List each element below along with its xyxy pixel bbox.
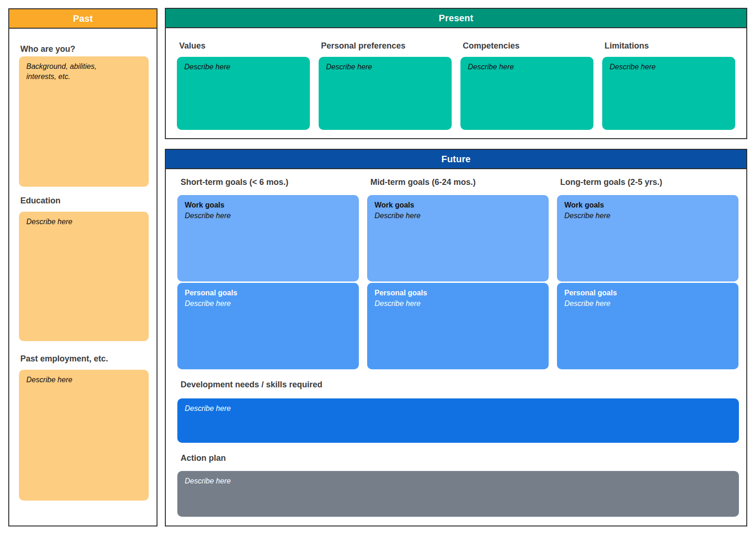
- placeholder-text: Describe here: [185, 210, 351, 221]
- personal-preferences-box[interactable]: Describe here: [319, 57, 452, 130]
- competencies-box[interactable]: Describe here: [460, 57, 593, 130]
- values-heading: Values: [177, 41, 310, 57]
- long-term-personal-goals-box[interactable]: Personal goals Describe here: [557, 283, 738, 369]
- work-goals-label: Work goals: [185, 200, 351, 210]
- limitations-box[interactable]: Describe here: [602, 57, 735, 130]
- values-box[interactable]: Describe here: [177, 57, 310, 130]
- present-column-personal-preferences: Personal preferences Describe here: [319, 41, 452, 130]
- work-goals-label: Work goals: [375, 200, 541, 210]
- action-plan-box[interactable]: Describe here: [177, 471, 739, 517]
- mid-term-goals-heading: Mid-term goals (6-24 mos.): [367, 177, 549, 187]
- short-term-goals-heading: Short-term goals (< 6 mos.): [177, 177, 359, 187]
- who-are-you-box[interactable]: Background, abilities, interests, etc.: [19, 56, 149, 187]
- future-panel: Future Short-term goals (< 6 mos.) Mid-t…: [165, 149, 747, 526]
- present-column-limitations: Limitations Describe here: [602, 41, 735, 130]
- present-columns: Values Describe here Personal preference…: [177, 41, 735, 130]
- development-needs-heading: Development needs / skills required: [181, 380, 322, 390]
- long-term-goals-heading: Long-term goals (2-5 yrs.): [557, 177, 738, 187]
- education-heading: Education: [20, 196, 60, 206]
- action-plan-heading: Action plan: [181, 453, 226, 463]
- mid-term-personal-goals-box[interactable]: Personal goals Describe here: [367, 283, 549, 369]
- present-column-values: Values Describe here: [177, 41, 310, 130]
- placeholder-text: Describe here: [26, 217, 141, 227]
- education-box[interactable]: Describe here: [19, 212, 149, 341]
- placeholder-text: Describe here: [185, 404, 732, 414]
- personal-goals-row: Personal goals Describe here Personal go…: [177, 283, 738, 369]
- placeholder-text: Describe here: [326, 62, 444, 72]
- work-goals-label: Work goals: [564, 200, 731, 210]
- future-goal-headings: Short-term goals (< 6 mos.) Mid-term goa…: [177, 177, 738, 187]
- past-header: Past: [9, 9, 157, 29]
- present-title: Present: [439, 13, 473, 24]
- short-term-work-goals-box[interactable]: Work goals Describe here: [177, 195, 359, 281]
- mid-term-work-goals-box[interactable]: Work goals Describe here: [367, 195, 549, 281]
- past-employment-box[interactable]: Describe here: [19, 370, 149, 501]
- past-panel: Past Who are you? Background, abilities,…: [8, 8, 157, 526]
- placeholder-text: Describe here: [468, 62, 586, 72]
- placeholder-text: Describe here: [610, 62, 728, 72]
- personal-goals-label: Personal goals: [185, 287, 351, 298]
- present-panel: Present Values Describe here Personal pr…: [165, 8, 747, 139]
- placeholder-text: Background, abilities, interests, etc.: [26, 61, 121, 82]
- placeholder-text: Describe here: [184, 62, 302, 72]
- future-header: Future: [166, 150, 746, 169]
- placeholder-text: Describe here: [26, 375, 141, 385]
- who-are-you-heading: Who are you?: [20, 44, 75, 54]
- competencies-heading: Competencies: [460, 41, 593, 57]
- present-column-competencies: Competencies Describe here: [460, 41, 593, 130]
- long-term-work-goals-box[interactable]: Work goals Describe here: [557, 195, 738, 281]
- past-title: Past: [73, 13, 93, 24]
- placeholder-text: Describe here: [375, 210, 541, 221]
- personal-goals-label: Personal goals: [375, 287, 541, 298]
- future-title: Future: [442, 154, 471, 165]
- short-term-personal-goals-box[interactable]: Personal goals Describe here: [177, 283, 359, 369]
- personal-preferences-heading: Personal preferences: [319, 41, 452, 57]
- placeholder-text: Describe here: [185, 476, 732, 486]
- placeholder-text: Describe here: [185, 298, 351, 309]
- development-needs-box[interactable]: Describe here: [177, 398, 739, 443]
- limitations-heading: Limitations: [602, 41, 735, 57]
- placeholder-text: Describe here: [564, 298, 731, 309]
- placeholder-text: Describe here: [375, 298, 541, 309]
- placeholder-text: Describe here: [564, 210, 731, 221]
- past-employment-heading: Past employment, etc.: [20, 354, 108, 364]
- personal-goals-label: Personal goals: [564, 287, 731, 298]
- present-header: Present: [166, 9, 746, 28]
- work-goals-row: Work goals Describe here Work goals Desc…: [177, 195, 738, 281]
